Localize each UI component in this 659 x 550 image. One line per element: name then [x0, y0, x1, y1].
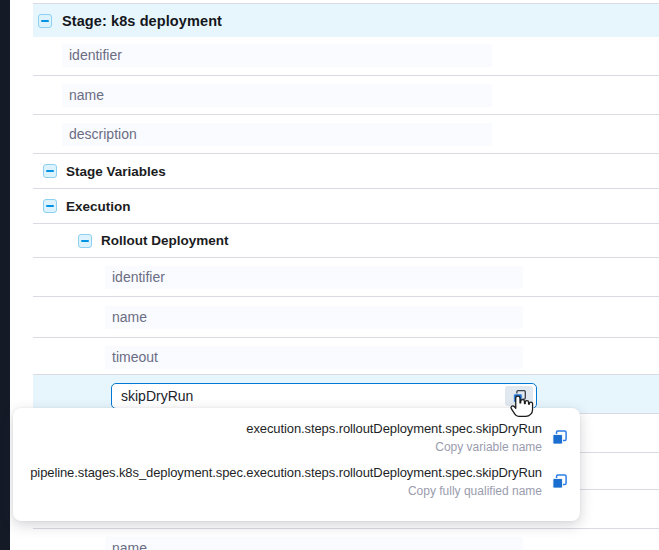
copy-button[interactable] — [505, 386, 533, 406]
execution-group-row[interactable]: Execution — [33, 189, 659, 224]
stage-header-label: Stage: k8s deployment — [62, 13, 222, 29]
copy-path-popover: execution.steps.rolloutDeployment.spec.s… — [13, 408, 580, 521]
description-field[interactable]: description — [62, 123, 492, 146]
identifier-field[interactable]: identifier — [62, 44, 492, 67]
table-row: name — [33, 76, 659, 115]
left-dark-rail — [0, 0, 10, 550]
stage-header-row[interactable]: Stage: k8s deployment — [33, 3, 659, 37]
minus-dash — [46, 205, 54, 207]
copy-variable-name-label: Copy variable name — [435, 440, 542, 454]
minus-dash — [46, 170, 54, 172]
table-row: identifier — [33, 37, 659, 76]
rollout-deployment-row[interactable]: Rollout Deployment — [33, 224, 659, 258]
minus-dash — [81, 240, 89, 242]
table-row: name — [33, 529, 659, 550]
copy-icon[interactable] — [551, 473, 568, 490]
table-row: timeout — [33, 338, 659, 375]
table-row: name — [33, 297, 659, 338]
step-timeout-field[interactable]: timeout — [105, 346, 523, 369]
copy-icon — [512, 389, 527, 404]
variable-name-text: execution.steps.rolloutDeployment.spec.s… — [246, 421, 542, 436]
collapse-icon[interactable] — [78, 234, 92, 248]
copy-variable-name-item[interactable]: execution.steps.rolloutDeployment.spec.s… — [25, 421, 568, 454]
execution-label: Execution — [66, 199, 131, 214]
table-row: description — [33, 115, 659, 154]
rollout-deployment-label: Rollout Deployment — [101, 233, 229, 248]
collapse-icon[interactable] — [43, 199, 57, 213]
step-name-field[interactable]: name — [105, 306, 523, 329]
variables-panel: Stage: k8s deployment identifier name de… — [0, 0, 659, 550]
fqn-text: pipeline.stages.k8s_deployment.spec.exec… — [30, 465, 542, 480]
step-name-field-bottom[interactable]: name — [105, 537, 523, 550]
skipdryrun-value: skipDryRun — [112, 384, 536, 408]
copy-fqn-item[interactable]: pipeline.stages.k8s_deployment.spec.exec… — [25, 465, 568, 498]
name-field[interactable]: name — [62, 84, 492, 107]
stage-variables-group-row[interactable]: Stage Variables — [33, 154, 659, 189]
collapse-icon[interactable] — [43, 164, 57, 178]
minus-dash — [41, 20, 49, 22]
copy-fqn-label: Copy fully qualified name — [408, 484, 542, 498]
table-row: identifier — [33, 258, 659, 297]
skipdryrun-input[interactable]: skipDryRun — [111, 383, 537, 409]
collapse-icon[interactable] — [38, 14, 52, 28]
step-identifier-field[interactable]: identifier — [105, 266, 523, 289]
stage-variables-label: Stage Variables — [66, 164, 166, 179]
copy-icon[interactable] — [551, 429, 568, 446]
